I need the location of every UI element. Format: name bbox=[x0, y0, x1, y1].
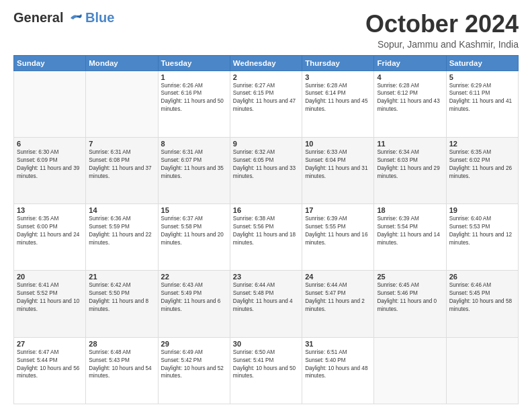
calendar-body: 1Sunrise: 6:26 AM Sunset: 6:16 PM Daylig… bbox=[14, 71, 519, 404]
location: Sopur, Jammu and Kashmir, India bbox=[365, 39, 519, 50]
day-info: Sunrise: 6:31 AM Sunset: 6:07 PM Dayligh… bbox=[161, 148, 227, 181]
day-info: Sunrise: 6:33 AM Sunset: 6:04 PM Dayligh… bbox=[305, 148, 371, 181]
day-number: 30 bbox=[233, 340, 299, 348]
header: General Blue October 2024 Sopur, Jammu a… bbox=[13, 11, 519, 50]
calendar-cell bbox=[446, 337, 518, 404]
calendar-cell: 6Sunrise: 6:30 AM Sunset: 6:09 PM Daylig… bbox=[14, 137, 86, 203]
day-info: Sunrise: 6:31 AM Sunset: 6:08 PM Dayligh… bbox=[89, 148, 154, 181]
calendar-cell: 27Sunrise: 6:47 AM Sunset: 5:44 PM Dayli… bbox=[14, 337, 86, 404]
day-number: 24 bbox=[305, 273, 371, 281]
day-number: 4 bbox=[377, 73, 443, 81]
calendar-cell: 18Sunrise: 6:39 AM Sunset: 5:54 PM Dayli… bbox=[374, 204, 446, 271]
day-info: Sunrise: 6:35 AM Sunset: 6:00 PM Dayligh… bbox=[17, 215, 83, 247]
calendar-week-1: 1Sunrise: 6:26 AM Sunset: 6:16 PM Daylig… bbox=[14, 71, 519, 137]
day-info: Sunrise: 6:37 AM Sunset: 5:58 PM Dayligh… bbox=[161, 215, 227, 247]
day-number: 27 bbox=[17, 340, 83, 348]
calendar-cell: 1Sunrise: 6:26 AM Sunset: 6:16 PM Daylig… bbox=[158, 71, 230, 137]
calendar-cell: 31Sunrise: 6:51 AM Sunset: 5:40 PM Dayli… bbox=[302, 337, 374, 404]
bird-icon bbox=[68, 13, 83, 25]
day-info: Sunrise: 6:35 AM Sunset: 6:02 PM Dayligh… bbox=[449, 148, 515, 181]
calendar-header-wednesday: Wednesday bbox=[230, 55, 302, 71]
calendar-week-5: 27Sunrise: 6:47 AM Sunset: 5:44 PM Dayli… bbox=[14, 337, 519, 404]
day-info: Sunrise: 6:38 AM Sunset: 5:56 PM Dayligh… bbox=[233, 215, 299, 247]
day-number: 7 bbox=[89, 140, 154, 148]
calendar-cell: 2Sunrise: 6:27 AM Sunset: 6:15 PM Daylig… bbox=[230, 71, 302, 137]
day-number: 17 bbox=[305, 206, 371, 214]
day-info: Sunrise: 6:32 AM Sunset: 6:05 PM Dayligh… bbox=[233, 148, 299, 181]
month-title: October 2024 bbox=[365, 11, 519, 38]
day-info: Sunrise: 6:28 AM Sunset: 6:14 PM Dayligh… bbox=[305, 82, 371, 114]
day-info: Sunrise: 6:28 AM Sunset: 6:12 PM Dayligh… bbox=[377, 82, 443, 114]
page: General Blue October 2024 Sopur, Jammu a… bbox=[0, 0, 532, 411]
day-info: Sunrise: 6:30 AM Sunset: 6:09 PM Dayligh… bbox=[17, 148, 83, 181]
calendar-cell: 8Sunrise: 6:31 AM Sunset: 6:07 PM Daylig… bbox=[158, 137, 230, 203]
calendar-cell: 17Sunrise: 6:39 AM Sunset: 5:55 PM Dayli… bbox=[302, 204, 374, 271]
day-number: 31 bbox=[305, 340, 371, 348]
calendar-cell: 11Sunrise: 6:34 AM Sunset: 6:03 PM Dayli… bbox=[374, 137, 446, 203]
day-info: Sunrise: 6:39 AM Sunset: 5:54 PM Dayligh… bbox=[377, 215, 443, 247]
calendar-cell: 28Sunrise: 6:48 AM Sunset: 5:43 PM Dayli… bbox=[86, 337, 158, 404]
day-number: 13 bbox=[17, 206, 83, 214]
day-number: 26 bbox=[449, 273, 515, 281]
day-number: 18 bbox=[377, 206, 443, 214]
day-info: Sunrise: 6:48 AM Sunset: 5:43 PM Dayligh… bbox=[89, 349, 154, 381]
calendar-header-row: SundayMondayTuesdayWednesdayThursdayFrid… bbox=[14, 55, 519, 71]
day-number: 22 bbox=[161, 273, 227, 281]
calendar-table: SundayMondayTuesdayWednesdayThursdayFrid… bbox=[13, 55, 519, 404]
title-block: October 2024 Sopur, Jammu and Kashmir, I… bbox=[365, 11, 519, 50]
day-info: Sunrise: 6:36 AM Sunset: 5:59 PM Dayligh… bbox=[89, 215, 154, 247]
day-number: 21 bbox=[89, 273, 154, 281]
calendar-week-2: 6Sunrise: 6:30 AM Sunset: 6:09 PM Daylig… bbox=[14, 137, 519, 203]
calendar-cell bbox=[374, 337, 446, 404]
day-info: Sunrise: 6:41 AM Sunset: 5:52 PM Dayligh… bbox=[17, 281, 83, 314]
calendar-header-sunday: Sunday bbox=[14, 55, 86, 71]
calendar-cell: 25Sunrise: 6:45 AM Sunset: 5:46 PM Dayli… bbox=[374, 271, 446, 337]
day-info: Sunrise: 6:51 AM Sunset: 5:40 PM Dayligh… bbox=[305, 349, 371, 381]
day-number: 16 bbox=[233, 206, 299, 214]
calendar-cell: 13Sunrise: 6:35 AM Sunset: 6:00 PM Dayli… bbox=[14, 204, 86, 271]
day-number: 20 bbox=[17, 273, 83, 281]
day-number: 23 bbox=[233, 273, 299, 281]
calendar-cell: 4Sunrise: 6:28 AM Sunset: 6:12 PM Daylig… bbox=[374, 71, 446, 137]
calendar-header-monday: Monday bbox=[86, 55, 158, 71]
day-number: 25 bbox=[377, 273, 443, 281]
day-info: Sunrise: 6:29 AM Sunset: 6:11 PM Dayligh… bbox=[449, 82, 515, 114]
day-number: 6 bbox=[17, 140, 83, 148]
day-info: Sunrise: 6:43 AM Sunset: 5:49 PM Dayligh… bbox=[161, 281, 227, 314]
day-number: 8 bbox=[161, 140, 227, 148]
calendar-week-3: 13Sunrise: 6:35 AM Sunset: 6:00 PM Dayli… bbox=[14, 204, 519, 271]
day-number: 15 bbox=[161, 206, 227, 214]
day-number: 14 bbox=[89, 206, 154, 214]
day-number: 19 bbox=[449, 206, 515, 214]
day-info: Sunrise: 6:42 AM Sunset: 5:50 PM Dayligh… bbox=[89, 281, 154, 314]
calendar-cell bbox=[86, 71, 158, 137]
calendar-cell: 3Sunrise: 6:28 AM Sunset: 6:14 PM Daylig… bbox=[302, 71, 374, 137]
calendar-cell: 22Sunrise: 6:43 AM Sunset: 5:49 PM Dayli… bbox=[158, 271, 230, 337]
day-number: 10 bbox=[305, 140, 371, 148]
day-info: Sunrise: 6:26 AM Sunset: 6:16 PM Dayligh… bbox=[161, 82, 227, 114]
day-number: 3 bbox=[305, 73, 371, 81]
calendar-cell: 29Sunrise: 6:49 AM Sunset: 5:42 PM Dayli… bbox=[158, 337, 230, 404]
calendar-cell: 9Sunrise: 6:32 AM Sunset: 6:05 PM Daylig… bbox=[230, 137, 302, 203]
day-number: 11 bbox=[377, 140, 443, 148]
day-info: Sunrise: 6:27 AM Sunset: 6:15 PM Dayligh… bbox=[233, 82, 299, 114]
calendar-cell: 10Sunrise: 6:33 AM Sunset: 6:04 PM Dayli… bbox=[302, 137, 374, 203]
day-info: Sunrise: 6:46 AM Sunset: 5:45 PM Dayligh… bbox=[449, 281, 515, 314]
calendar-cell: 12Sunrise: 6:35 AM Sunset: 6:02 PM Dayli… bbox=[446, 137, 518, 203]
calendar-cell: 7Sunrise: 6:31 AM Sunset: 6:08 PM Daylig… bbox=[86, 137, 158, 203]
day-number: 2 bbox=[233, 73, 299, 81]
day-number: 28 bbox=[89, 340, 154, 348]
day-info: Sunrise: 6:40 AM Sunset: 5:53 PM Dayligh… bbox=[449, 215, 515, 247]
day-info: Sunrise: 6:47 AM Sunset: 5:44 PM Dayligh… bbox=[17, 349, 83, 381]
calendar-cell: 19Sunrise: 6:40 AM Sunset: 5:53 PM Dayli… bbox=[446, 204, 518, 271]
calendar-cell: 14Sunrise: 6:36 AM Sunset: 5:59 PM Dayli… bbox=[86, 204, 158, 271]
logo: General Blue bbox=[13, 11, 114, 25]
calendar-header-friday: Friday bbox=[374, 55, 446, 71]
calendar-header-thursday: Thursday bbox=[302, 55, 374, 71]
day-info: Sunrise: 6:50 AM Sunset: 5:41 PM Dayligh… bbox=[233, 349, 299, 381]
logo-blue: Blue bbox=[85, 11, 114, 24]
day-number: 12 bbox=[449, 140, 515, 148]
calendar-cell: 15Sunrise: 6:37 AM Sunset: 5:58 PM Dayli… bbox=[158, 204, 230, 271]
day-number: 9 bbox=[233, 140, 299, 148]
calendar-cell bbox=[14, 71, 86, 137]
